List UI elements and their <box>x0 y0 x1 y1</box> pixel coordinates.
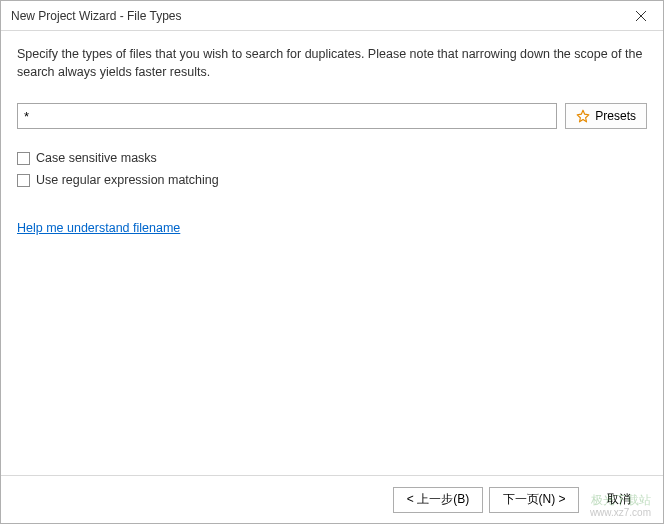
instructions-text: Specify the types of files that you wish… <box>17 45 647 81</box>
close-icon <box>636 11 646 21</box>
back-button[interactable]: < 上一步(B) <box>393 487 483 513</box>
file-mask-input[interactable] <box>17 103 557 129</box>
close-button[interactable] <box>618 1 663 31</box>
case-sensitive-checkbox-row[interactable]: Case sensitive masks <box>17 151 647 165</box>
case-sensitive-checkbox[interactable] <box>17 152 30 165</box>
presets-button-label: Presets <box>595 109 636 123</box>
case-sensitive-label: Case sensitive masks <box>36 151 157 165</box>
window-title: New Project Wizard - File Types <box>11 9 618 23</box>
regex-checkbox-row[interactable]: Use regular expression matching <box>17 173 647 187</box>
cancel-button[interactable]: 取消 <box>591 487 647 513</box>
star-icon <box>576 109 590 123</box>
help-link[interactable]: Help me understand filename <box>17 221 180 235</box>
title-bar: New Project Wizard - File Types <box>1 1 663 31</box>
next-button[interactable]: 下一页(N) > <box>489 487 579 513</box>
regex-checkbox[interactable] <box>17 174 30 187</box>
mask-input-row: Presets <box>17 103 647 129</box>
presets-button[interactable]: Presets <box>565 103 647 129</box>
content-area: Specify the types of files that you wish… <box>1 31 663 475</box>
wizard-footer: < 上一步(B) 下一页(N) > 取消 极光下载站 www.xz7.com <box>1 475 663 523</box>
regex-label: Use regular expression matching <box>36 173 219 187</box>
